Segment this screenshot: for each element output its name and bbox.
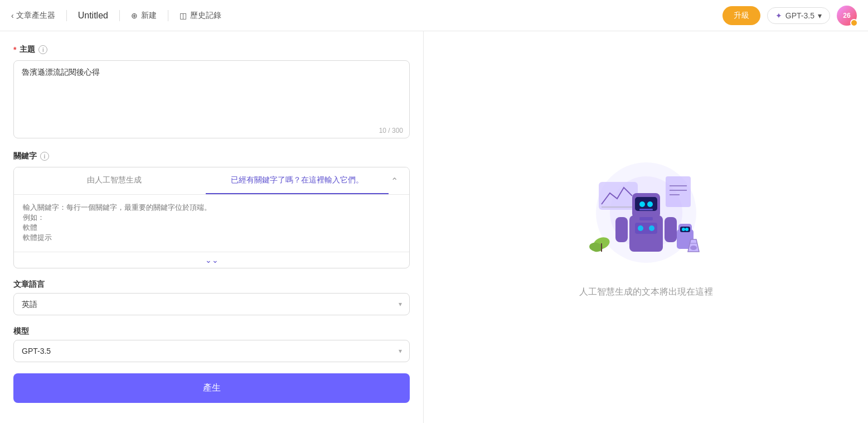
svg-point-11 — [639, 201, 645, 207]
history-icon: ◫ — [180, 11, 187, 20]
main-content: * 主題 i 魯濱遜漂流記閱後心得 10 / 300 關鍵字 i 由人工智慧生成… — [0, 31, 868, 423]
required-star: * — [13, 45, 16, 54]
language-select[interactable]: 英語 中文 日語 — [13, 293, 410, 315]
language-select-wrapper: 英語 中文 日語 ▾ — [13, 293, 410, 315]
language-section: 文章語言 英語 中文 日語 ▾ — [13, 280, 410, 315]
topic-wrapper: 魯濱遜漂流記閱後心得 10 / 300 — [13, 60, 410, 140]
model-select[interactable]: GPT-3.5 GPT-4 — [13, 340, 410, 362]
left-panel: * 主題 i 魯濱遜漂流記閱後心得 10 / 300 關鍵字 i 由人工智慧生成… — [0, 31, 424, 423]
gpt-selector[interactable]: ✦ GPT-3.5 ▾ — [767, 7, 830, 24]
keywords-tabs: 由人工智慧生成 已經有關鍵字了嗎？在這裡輸入它們。 — [23, 167, 389, 194]
plus-icon: ⊕ — [131, 11, 138, 20]
header-left: ‹ 文章產生器 Untitled ⊕ 新建 ◫ 歷史記錄 — [11, 10, 221, 21]
svg-rect-14 — [639, 217, 653, 220]
robot-illustration — [568, 157, 724, 268]
topic-label: 主題 — [20, 45, 35, 55]
topic-section: * 主題 i 魯濱遜漂流記閱後心得 10 / 300 — [13, 45, 410, 140]
svg-point-12 — [647, 201, 653, 207]
history-label: 歷史記錄 — [190, 11, 221, 21]
keywords-body — [14, 194, 409, 252]
tab-ai-generate[interactable]: 由人工智慧生成 — [23, 167, 206, 194]
keywords-box: 由人工智慧生成 已經有關鍵字了嗎？在這裡輸入它們。 ⌃ ⌄⌄ — [13, 167, 410, 268]
new-label: 新建 — [141, 11, 157, 21]
keywords-expand-button[interactable]: ⌄⌄ — [14, 252, 409, 268]
header-divider-3 — [168, 10, 168, 21]
svg-point-23 — [682, 228, 685, 231]
svg-point-24 — [685, 228, 688, 231]
new-button[interactable]: ⊕ 新建 — [131, 11, 157, 21]
doc-title[interactable]: Untitled — [78, 11, 108, 21]
keywords-collapse-button[interactable]: ⌃ — [389, 174, 400, 189]
gpt-label: GPT-3.5 — [785, 11, 814, 20]
double-chevron-down-icon: ⌄⌄ — [205, 256, 219, 265]
star-icon: ✦ — [775, 11, 782, 20]
back-button[interactable]: ‹ 文章產生器 — [11, 11, 55, 21]
tab-manual-input[interactable]: 已經有關鍵字了嗎？在這裡輸入它們。 — [206, 167, 389, 194]
model-select-wrapper: GPT-3.5 GPT-4 ▾ — [13, 340, 410, 362]
svg-point-16 — [638, 225, 643, 231]
topic-textarea[interactable]: 魯濱遜漂流記閱後心得 — [13, 60, 410, 138]
keywords-section: 關鍵字 i 由人工智慧生成 已經有關鍵字了嗎？在這裡輸入它們。 ⌃ ⌄⌄ — [13, 151, 410, 268]
app-title: 文章產生器 — [16, 11, 55, 21]
generate-button[interactable]: 產生 — [13, 373, 410, 403]
svg-rect-4 — [666, 176, 691, 207]
topic-label-container: * 主題 i — [13, 45, 410, 55]
model-section: 模型 GPT-3.5 GPT-4 ▾ — [13, 326, 410, 362]
history-button[interactable]: ◫ 歷史記錄 — [180, 11, 221, 21]
keywords-textarea[interactable] — [14, 194, 409, 250]
keywords-label: 關鍵字 — [13, 151, 37, 161]
svg-point-26 — [690, 246, 697, 250]
avatar-badge — [850, 19, 858, 27]
svg-rect-18 — [615, 217, 628, 242]
header-divider — [66, 10, 67, 21]
keywords-info-icon[interactable]: i — [40, 152, 49, 161]
model-label: 模型 — [13, 326, 410, 337]
char-count: 10 / 300 — [379, 127, 403, 134]
back-arrow-icon: ‹ — [11, 11, 14, 20]
language-label: 文章語言 — [13, 280, 410, 290]
header-right: 升級 ✦ GPT-3.5 ▾ 26 — [722, 6, 857, 26]
svg-rect-19 — [665, 217, 677, 242]
svg-rect-13 — [639, 209, 653, 210]
topic-info-icon[interactable]: i — [38, 45, 47, 54]
keywords-header: 由人工智慧生成 已經有關鍵字了嗎？在這裡輸入它們。 ⌃ — [14, 167, 409, 194]
header-divider-2 — [119, 10, 120, 21]
header: ‹ 文章產生器 Untitled ⊕ 新建 ◫ 歷史記錄 升級 ✦ GPT-3.… — [0, 0, 868, 31]
avatar[interactable]: 26 — [837, 6, 857, 26]
keywords-label-container: 關鍵字 i — [13, 151, 410, 161]
svg-point-17 — [649, 225, 654, 231]
empty-state-text: 人工智慧生成的文本將出現在這裡 — [579, 286, 713, 298]
avatar-initials: 26 — [843, 12, 850, 20]
right-panel: 人工智慧生成的文本將出現在這裡 — [424, 31, 868, 423]
upgrade-button[interactable]: 升級 — [722, 6, 760, 25]
chevron-down-icon: ▾ — [818, 11, 822, 20]
